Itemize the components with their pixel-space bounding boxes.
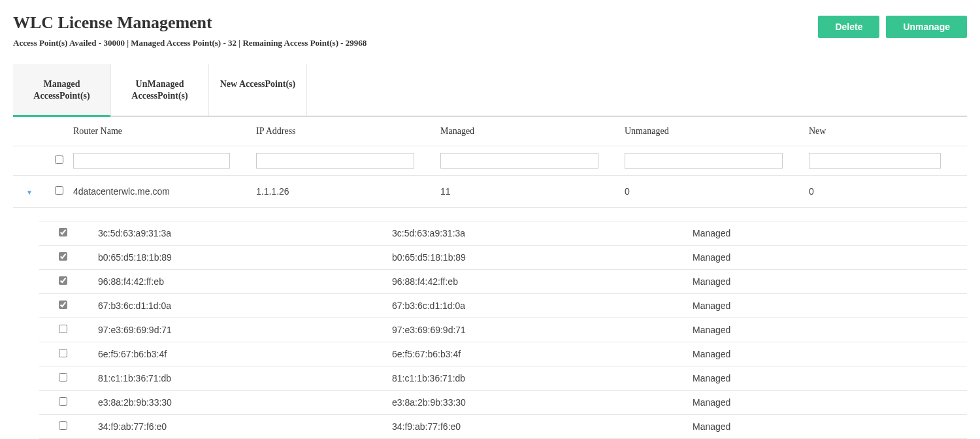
select-all-checkbox[interactable]: [55, 155, 63, 164]
router-row: ▼ 4datacenterwlc.me.com 1.1.1.26 11 0 0: [13, 176, 967, 208]
ap-mac1: 81:c1:1b:36:71:db: [98, 373, 392, 383]
ap-mac2: 81:c1:1b:36:71:db: [392, 373, 693, 383]
filter-row: [13, 146, 967, 176]
ap-status: Managed: [693, 397, 967, 408]
ap-sub-table: 3c:5d:63:a9:31:3a3c:5d:63:a9:31:3aManage…: [39, 221, 967, 439]
ap-checkbox[interactable]: [59, 301, 67, 309]
ap-status: Managed: [693, 301, 967, 311]
col-header-unmanaged[interactable]: Unmanaged: [625, 126, 809, 137]
ap-mac1: 6e:f5:67:b6:b3:4f: [98, 349, 392, 359]
ap-status: Managed: [693, 421, 967, 432]
ap-row: 34:f9:ab:77:f6:e034:f9:ab:77:f6:e0Manage…: [39, 415, 967, 439]
ap-checkbox[interactable]: [59, 349, 67, 357]
tab-unmanaged[interactable]: UnManaged AccessPoint(s): [111, 64, 209, 116]
ap-row: 67:b3:6c:d1:1d:0a67:b3:6c:d1:1d:0aManage…: [39, 294, 967, 318]
router-name: 4datacenterwlc.me.com: [72, 186, 256, 197]
col-header-managed[interactable]: Managed: [440, 126, 625, 137]
delete-button[interactable]: Delete: [818, 16, 879, 38]
filter-unmanaged-input[interactable]: [625, 153, 783, 169]
ap-mac2: 3c:5d:63:a9:31:3a: [392, 228, 693, 238]
ap-row: e3:8a:2b:9b:33:30e3:8a:2b:9b:33:30Manage…: [39, 391, 967, 415]
ap-checkbox[interactable]: [59, 325, 67, 333]
col-header-router[interactable]: Router Name: [72, 126, 256, 137]
tab-managed[interactable]: Managed AccessPoint(s): [13, 64, 111, 116]
ap-checkbox[interactable]: [59, 228, 67, 236]
ap-checkbox[interactable]: [59, 276, 67, 285]
ap-mac1: 96:88:f4:42:ff:eb: [98, 276, 392, 287]
ap-mac2: 97:e3:69:69:9d:71: [392, 325, 693, 335]
tab-new[interactable]: New AccessPoint(s): [209, 64, 307, 116]
ap-row: 3c:5d:63:a9:31:3a3c:5d:63:a9:31:3aManage…: [39, 221, 967, 246]
license-summary: Access Point(s) Availed - 30000 | Manage…: [13, 38, 367, 48]
ap-mac1: 34:f9:ab:77:f6:e0: [98, 421, 392, 432]
ap-row: 81:c1:1b:36:71:db81:c1:1b:36:71:dbManage…: [39, 366, 967, 391]
ap-status: Managed: [693, 252, 967, 263]
ap-mac1: e3:8a:2b:9b:33:30: [98, 397, 392, 408]
ap-row: 6e:f5:67:b6:b3:4f6e:f5:67:b6:b3:4fManage…: [39, 342, 967, 366]
ap-checkbox[interactable]: [59, 252, 67, 261]
ap-row: 97:e3:69:69:9d:7197:e3:69:69:9d:71Manage…: [39, 318, 967, 342]
table-header: Router Name IP Address Managed Unmanaged…: [13, 117, 967, 146]
ap-mac2: 96:88:f4:42:ff:eb: [392, 276, 693, 287]
filter-ip-input[interactable]: [256, 153, 414, 169]
ap-status: Managed: [693, 276, 967, 287]
ap-checkbox[interactable]: [59, 421, 67, 430]
router-ip: 1.1.1.26: [256, 186, 440, 197]
unmanage-button[interactable]: Unmanage: [886, 16, 967, 38]
ap-mac2: e3:8a:2b:9b:33:30: [392, 397, 693, 408]
ap-row: b0:65:d5:18:1b:89b0:65:d5:18:1b:89Manage…: [39, 246, 967, 270]
ap-mac2: 67:b3:6c:d1:1d:0a: [392, 301, 693, 311]
ap-mac1: 3c:5d:63:a9:31:3a: [98, 228, 392, 238]
filter-router-input[interactable]: [73, 153, 230, 169]
router-unmanaged-count: 0: [625, 186, 809, 197]
ap-mac1: 67:b3:6c:d1:1d:0a: [98, 301, 392, 311]
ap-status: Managed: [693, 228, 967, 238]
col-header-ip[interactable]: IP Address: [256, 126, 440, 137]
ap-mac2: 6e:f5:67:b6:b3:4f: [392, 349, 693, 359]
router-checkbox[interactable]: [55, 186, 63, 195]
col-header-new[interactable]: New: [809, 126, 967, 137]
filter-managed-input[interactable]: [440, 153, 598, 169]
ap-row: 96:88:f4:42:ff:eb96:88:f4:42:ff:ebManage…: [39, 270, 967, 294]
tabs: Managed AccessPoint(s) UnManaged AccessP…: [13, 64, 967, 117]
action-buttons: Delete Unmanage: [818, 16, 967, 38]
ap-status: Managed: [693, 349, 967, 359]
expand-icon[interactable]: ▼: [26, 189, 33, 196]
ap-mac2: 34:f9:ab:77:f6:e0: [392, 421, 693, 432]
router-managed-count: 11: [440, 186, 625, 197]
ap-mac2: b0:65:d5:18:1b:89: [392, 252, 693, 263]
ap-status: Managed: [693, 325, 967, 335]
ap-checkbox[interactable]: [59, 397, 67, 406]
ap-mac1: 97:e3:69:69:9d:71: [98, 325, 392, 335]
page-title: WLC License Management: [13, 13, 367, 33]
ap-status: Managed: [693, 373, 967, 383]
ap-mac1: b0:65:d5:18:1b:89: [98, 252, 392, 263]
filter-new-input[interactable]: [809, 153, 941, 169]
ap-checkbox[interactable]: [59, 373, 67, 382]
router-new-count: 0: [809, 186, 967, 197]
